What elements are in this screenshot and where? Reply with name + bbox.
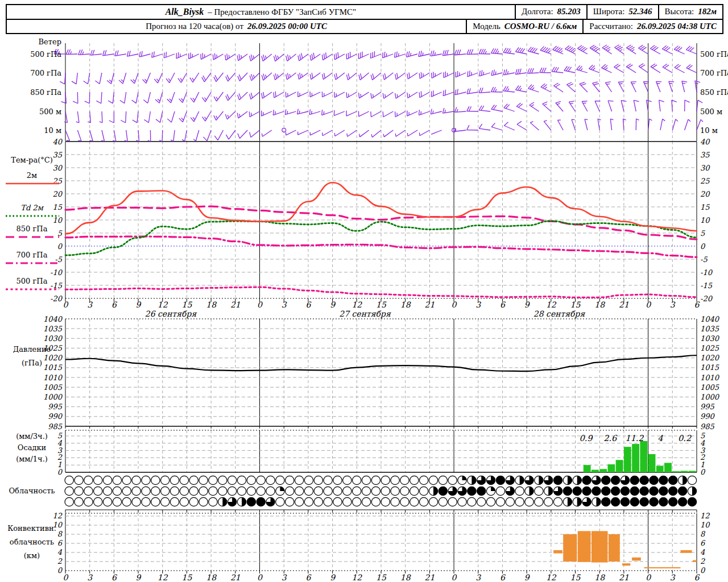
cloud-circle-fill bbox=[539, 476, 543, 484]
wind-barb-half-feather bbox=[347, 134, 348, 136]
cloud-circle bbox=[237, 487, 246, 495]
wind-barb-half-feather bbox=[262, 134, 262, 136]
wind-barb-half-feather bbox=[623, 119, 626, 120]
cloud-circle-fill bbox=[471, 476, 476, 484]
wind-barb-feather bbox=[659, 100, 664, 102]
cloud-circle bbox=[343, 476, 351, 484]
precip-sum-label: 11.2 bbox=[625, 434, 644, 443]
wind-barb-feather bbox=[298, 56, 299, 61]
wind-barb-staff bbox=[672, 119, 676, 130]
wind-barb-staff bbox=[77, 92, 78, 103]
wind-barb-feather bbox=[239, 54, 240, 59]
precip-bar bbox=[616, 460, 623, 472]
cloud-circle bbox=[429, 497, 437, 506]
wind-barb-feather bbox=[469, 49, 471, 55]
tick-label: 6 bbox=[700, 539, 706, 547]
wind-barb-feather bbox=[348, 73, 349, 78]
wind-barb-half-feather bbox=[228, 115, 229, 118]
precip-bar bbox=[689, 471, 696, 472]
wind-barb-staff bbox=[554, 86, 564, 92]
cloud-circle bbox=[94, 497, 102, 506]
precip-sum-label: 4 bbox=[657, 434, 663, 443]
wind-barb-staff bbox=[566, 85, 575, 92]
cloud-circle bbox=[257, 487, 265, 495]
cloud-circle bbox=[295, 497, 303, 506]
wind-barb-feather bbox=[445, 50, 446, 55]
precip-sum-label: 2.6 bbox=[603, 434, 618, 443]
cloud-circle bbox=[324, 476, 332, 484]
tick-label: -10 bbox=[700, 268, 713, 277]
wind-barb-staff bbox=[171, 92, 175, 103]
wind-barb-staff bbox=[136, 92, 138, 103]
wind-barb-half-feather bbox=[168, 78, 170, 81]
wind-barb-half-feather bbox=[109, 80, 111, 81]
hour-label-bottom: 3 bbox=[475, 573, 481, 582]
cloud-circle bbox=[209, 476, 217, 484]
cloud-circle-fill bbox=[630, 487, 639, 495]
wind-barb-feather bbox=[503, 70, 504, 75]
wind-barb-staff bbox=[171, 111, 175, 122]
wind-barb-feather bbox=[310, 74, 311, 79]
wind-barb-feather bbox=[286, 56, 287, 61]
wind-barb-feather bbox=[274, 56, 275, 61]
wind-barb-half-feather bbox=[78, 140, 81, 141]
wind-barb-staff bbox=[557, 120, 563, 130]
wind-barb-half-feather bbox=[544, 120, 547, 121]
tick-label: 0 bbox=[57, 566, 63, 575]
cloud-circle bbox=[391, 487, 399, 495]
wind-barb-staff bbox=[419, 111, 429, 115]
hour-label: 6 bbox=[694, 300, 700, 309]
wind-barb-feather bbox=[395, 52, 395, 57]
cloud-circle bbox=[276, 497, 284, 506]
cloud-circle bbox=[362, 487, 370, 495]
wind-barb-feather bbox=[226, 95, 228, 101]
wind-barb-half-feather bbox=[133, 80, 135, 82]
wind-barb-staff bbox=[103, 54, 114, 56]
wind-barb-feather bbox=[213, 55, 213, 60]
cloud-circle bbox=[151, 487, 160, 495]
wind-barb-staff bbox=[346, 111, 357, 116]
wind-barb-half-feather bbox=[324, 111, 324, 114]
cloud-circle-fill bbox=[682, 476, 687, 484]
wind-level-label: 500 гПа bbox=[700, 50, 728, 59]
wind-barb-feather bbox=[454, 107, 456, 113]
wind-barb-staff bbox=[626, 66, 636, 73]
wind-barb-feather bbox=[532, 68, 533, 73]
wind-barb-staff bbox=[516, 52, 527, 54]
wind-barb-feather bbox=[618, 82, 623, 82]
tick-label: 35 bbox=[700, 151, 710, 159]
wind-barb-feather bbox=[73, 101, 78, 103]
wind-barb-feather bbox=[227, 94, 229, 99]
wind-barb-half-feather bbox=[632, 49, 635, 51]
wind-barb-half-feather bbox=[278, 56, 278, 59]
wind-barb-feather bbox=[469, 70, 470, 76]
wind-barb-staff bbox=[160, 111, 163, 123]
wind-barb-staff bbox=[148, 111, 150, 123]
tick-label: 25 bbox=[700, 177, 710, 185]
tick-label: 2 bbox=[700, 557, 705, 566]
wind-barb-feather bbox=[103, 51, 105, 56]
wind-barb-staff bbox=[146, 73, 150, 84]
date-label: 27 сентября bbox=[339, 309, 391, 318]
wind-barb-feather bbox=[288, 55, 289, 60]
wind-barb-feather bbox=[383, 111, 383, 117]
wind-barb-half-feather bbox=[581, 68, 583, 70]
wind-barb-staff bbox=[76, 73, 77, 84]
wind-barb-feather bbox=[384, 73, 386, 78]
wind-barb-feather bbox=[109, 120, 114, 123]
wind-barb-feather bbox=[288, 73, 289, 78]
hour-label-bottom: 0 bbox=[452, 573, 457, 582]
wind-barb-staff bbox=[372, 130, 381, 138]
wind-barb-feather bbox=[263, 92, 264, 97]
wind-barb-half-feather bbox=[570, 103, 573, 104]
wind-barb-feather bbox=[227, 75, 229, 80]
wind-barb-feather bbox=[395, 74, 396, 79]
cloud-circle bbox=[486, 497, 495, 506]
cloud-circle-fill bbox=[640, 487, 648, 495]
cloud-circle bbox=[132, 476, 140, 484]
wind-barb-staff bbox=[216, 73, 223, 82]
tick-label: 10 bbox=[700, 216, 710, 225]
wind-barb-feather bbox=[459, 49, 461, 55]
wind-barb-half-feather bbox=[701, 119, 703, 122]
hour-label-bottom: 18 bbox=[206, 573, 217, 582]
